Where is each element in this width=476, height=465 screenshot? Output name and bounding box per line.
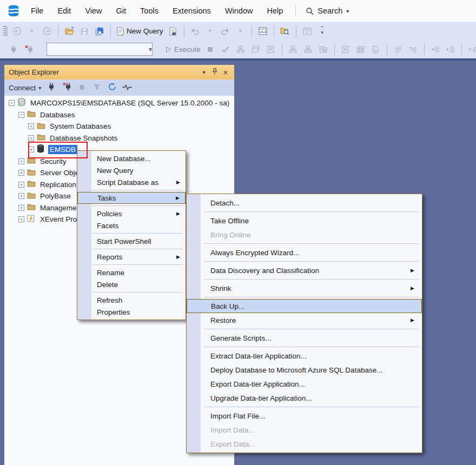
increase-indent-button[interactable] bbox=[444, 42, 458, 56]
object-explorer-search-button[interactable] bbox=[278, 24, 292, 38]
object-explorer-titlebar[interactable]: Object Explorer ▾ × bbox=[4, 65, 234, 79]
available-databases-input[interactable] bbox=[47, 43, 148, 55]
menu-item-export-data-tier-application[interactable]: Export Data-tier Application... bbox=[187, 377, 422, 391]
menu-item-back-up[interactable]: Back Up... bbox=[187, 299, 422, 313]
window-position-button[interactable]: ▾ bbox=[199, 67, 209, 78]
client-statistics-button[interactable] bbox=[316, 42, 330, 56]
menu-item-upgrade-data-tier-application[interactable]: Upgrade Data-tier Application... bbox=[187, 391, 422, 405]
navigate-forward-button[interactable] bbox=[40, 24, 54, 38]
expand-icon[interactable]: + bbox=[18, 182, 24, 188]
oe-stop-button[interactable] bbox=[76, 82, 88, 94]
activity-monitor-button[interactable] bbox=[256, 24, 270, 38]
menu-item-start-powershell[interactable]: Start PowerShell bbox=[77, 235, 186, 247]
expand-icon[interactable]: + bbox=[28, 123, 34, 129]
expand-icon[interactable]: + bbox=[28, 135, 34, 141]
menu-item-restore[interactable]: Restore▶ bbox=[187, 313, 422, 327]
menu-window[interactable]: Window bbox=[218, 0, 260, 22]
menu-item-refresh[interactable]: Refresh bbox=[77, 294, 186, 306]
connect-database-button[interactable] bbox=[6, 42, 21, 56]
close-button[interactable]: × bbox=[220, 67, 231, 78]
database-engine-query-button[interactable] bbox=[166, 24, 180, 38]
decrease-indent-button[interactable] bbox=[428, 42, 442, 56]
tree-node-marcoxps15-emsdatabase[interactable]: −MARCOXPS15\EMSDATABASE (SQL Server 15.0… bbox=[4, 97, 234, 109]
navigate-backward-dropdown[interactable]: ▾ bbox=[25, 24, 39, 38]
menu-item-detach[interactable]: Detach... bbox=[187, 196, 422, 210]
menu-item-reports[interactable]: Reports▶ bbox=[77, 251, 186, 263]
expand-icon[interactable]: + bbox=[18, 170, 24, 176]
intellisense-button[interactable] bbox=[264, 42, 278, 56]
oe-connect-button[interactable] bbox=[45, 82, 57, 94]
menu-git[interactable]: Git bbox=[109, 0, 134, 22]
redo-button[interactable] bbox=[219, 24, 233, 38]
menu-item-extract-data-tier-application[interactable]: Extract Data-tier Application... bbox=[187, 349, 422, 363]
tree-node-database[interactable]: +Database Snapshots bbox=[4, 132, 234, 144]
redo-dropdown[interactable]: ▾ bbox=[234, 24, 248, 38]
collapse-icon[interactable]: − bbox=[18, 112, 24, 118]
new-query-button[interactable]: New Query bbox=[115, 24, 165, 38]
menu-edit[interactable]: Edit bbox=[50, 0, 78, 22]
open-file-button[interactable] bbox=[62, 24, 76, 38]
menu-item-take-offline[interactable]: Take Offline bbox=[187, 214, 422, 228]
expand-icon[interactable]: + bbox=[18, 216, 24, 222]
comment-selection-button[interactable] bbox=[391, 42, 405, 56]
menu-item-rename[interactable]: Rename bbox=[77, 267, 186, 278]
menu-item-import-data[interactable]: Import Data... bbox=[187, 423, 422, 437]
undo-dropdown[interactable]: ▾ bbox=[203, 24, 217, 38]
navigate-backward-button[interactable] bbox=[10, 24, 24, 38]
expand-icon[interactable]: + bbox=[18, 193, 24, 199]
cancel-query-button[interactable] bbox=[203, 42, 217, 56]
results-to-grid-button[interactable] bbox=[354, 42, 368, 56]
change-connection-button[interactable] bbox=[22, 42, 36, 56]
parse-button[interactable] bbox=[219, 42, 233, 56]
expand-icon[interactable]: + bbox=[28, 147, 34, 152]
menu-item-export-data[interactable]: Export Data... bbox=[187, 437, 422, 451]
oe-disconnect-button[interactable] bbox=[61, 82, 72, 94]
menu-item-properties[interactable]: Properties bbox=[77, 306, 186, 318]
oe-xevent-button[interactable] bbox=[121, 82, 133, 94]
menu-help[interactable]: Help bbox=[260, 0, 290, 22]
uncomment-selection-button[interactable] bbox=[406, 42, 420, 56]
expand-icon[interactable]: + bbox=[18, 205, 24, 211]
menu-item-import-flat-file[interactable]: Import Flat File... bbox=[187, 409, 422, 423]
dock-window-button[interactable] bbox=[300, 24, 314, 38]
live-query-statistics-button[interactable] bbox=[301, 42, 315, 56]
menu-item-delete[interactable]: Delete bbox=[77, 278, 186, 290]
save-button[interactable] bbox=[77, 24, 91, 38]
query-options-button[interactable] bbox=[249, 42, 263, 56]
menu-item-generate-scripts[interactable]: Generate Scripts... bbox=[187, 331, 422, 345]
results-to-text-button[interactable] bbox=[339, 42, 353, 56]
save-all-button[interactable] bbox=[92, 24, 107, 38]
execute-button[interactable]: Execute bbox=[163, 42, 202, 56]
menu-item-tasks[interactable]: Tasks▶ bbox=[77, 192, 186, 204]
pin-button[interactable] bbox=[209, 67, 220, 78]
menu-item-shrink[interactable]: Shrink▶ bbox=[187, 281, 422, 295]
menu-item-facets[interactable]: Facets bbox=[77, 220, 186, 231]
tree-node-databases[interactable]: −Databases bbox=[4, 109, 234, 121]
search-box[interactable]: Search ▾ bbox=[301, 6, 353, 15]
menu-item-always-encrypted-wizard[interactable]: Always Encrypted Wizard... bbox=[187, 245, 422, 260]
oe-refresh-button[interactable] bbox=[106, 82, 118, 94]
template-parameters-button[interactable]: @ bbox=[466, 42, 476, 56]
menu-item-new-database[interactable]: New Database... bbox=[77, 152, 186, 164]
menu-file[interactable]: File bbox=[24, 0, 50, 22]
oe-filter-button[interactable] bbox=[91, 82, 103, 94]
toolbar-grip-handle[interactable] bbox=[3, 26, 6, 37]
expand-icon[interactable]: + bbox=[18, 158, 24, 164]
collapse-icon[interactable]: − bbox=[9, 100, 15, 106]
results-to-file-button[interactable] bbox=[369, 42, 383, 56]
connect-dropdown-button[interactable]: Connect ▾ bbox=[9, 84, 41, 92]
tree-node-system[interactable]: +System Databases bbox=[4, 121, 234, 132]
menu-item-script-database-as[interactable]: Script Database as▶ bbox=[77, 176, 186, 188]
toolbar-options-button[interactable]: ▾ bbox=[315, 24, 329, 38]
menu-item-bring-online[interactable]: Bring Online bbox=[187, 228, 422, 242]
include-actual-plan-button[interactable] bbox=[286, 42, 300, 56]
estimated-plan-button[interactable] bbox=[234, 42, 248, 56]
undo-button[interactable] bbox=[188, 24, 202, 38]
menu-item-new-query[interactable]: New Query bbox=[77, 164, 186, 176]
available-databases-combo[interactable]: ▼ bbox=[47, 43, 153, 56]
menu-tools[interactable]: Tools bbox=[133, 0, 166, 22]
menu-item-policies[interactable]: Policies▶ bbox=[77, 208, 186, 220]
menu-extensions[interactable]: Extensions bbox=[166, 0, 218, 22]
menu-item-data-discovery-and-classification[interactable]: Data Discovery and Classification▶ bbox=[187, 263, 422, 277]
menu-view[interactable]: View bbox=[78, 0, 109, 22]
